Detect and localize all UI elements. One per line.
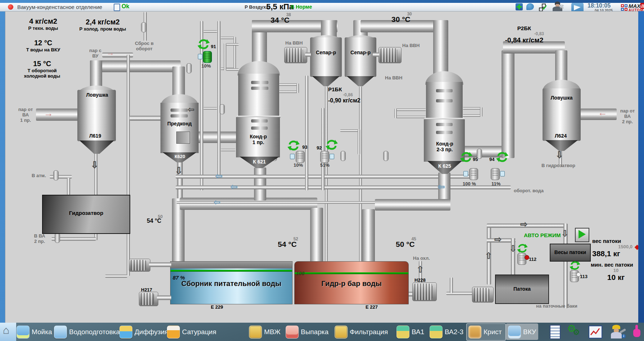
- label-na-patochnye: на паточные баки: [536, 304, 577, 309]
- valve-91[interactable]: 91 10%: [197, 39, 222, 70]
- pipe: [555, 50, 567, 83]
- hand-valve[interactable]: [55, 233, 60, 243]
- label-v-atm: В атм.: [32, 173, 46, 179]
- temp-34: 34 °C38: [271, 16, 290, 24]
- flow-arrow-icon: ⇧: [485, 252, 492, 260]
- taskbar-item-krist[interactable]: Крист: [468, 324, 502, 340]
- pipe: [433, 20, 448, 75]
- status-ok: Ok: [122, 3, 129, 10]
- va1-icon: [396, 326, 409, 338]
- hand-valve[interactable]: [186, 63, 192, 73]
- flow-arrow-icon: ⇦: [437, 183, 445, 191]
- feed-name: Сборник питательной воды: [171, 280, 292, 288]
- na-vvn-label-1: На ВВН: [285, 41, 303, 46]
- air-pressure-status: В Норме: [291, 4, 312, 10]
- recycle-icon: [197, 39, 210, 50]
- pipe: [254, 167, 266, 201]
- molasses-min-weight: мин. вес патоки 10 10 кг: [591, 262, 641, 282]
- journal-icon[interactable]: [114, 4, 120, 11]
- hand-valve[interactable]: [383, 151, 389, 161]
- chat-icon[interactable]: [526, 3, 534, 10]
- pump[interactable]: [129, 259, 150, 272]
- valve-92[interactable]: 92 51%: [315, 139, 343, 170]
- pipe: [180, 198, 317, 210]
- vessel-sep1[interactable]: [310, 37, 342, 77]
- touch-hand-icon[interactable]: [631, 325, 643, 338]
- trends-chart-icon[interactable]: [589, 325, 603, 338]
- flow-arrow-icon: ⇩: [509, 244, 517, 253]
- trap2-tag: Л624: [555, 133, 567, 139]
- taskbar-item-saturatsiya[interactable]: Сатурация: [167, 324, 216, 340]
- pump-vvn2[interactable]: [378, 47, 402, 63]
- feed-tag: Е 229: [211, 304, 223, 310]
- taskbar-item-vku[interactable]: ВКУ: [508, 324, 536, 340]
- tank-molasses[interactable]: Патока: [495, 275, 549, 304]
- pipe: [90, 60, 181, 72]
- network-status-icon[interactable]: ✓: [539, 4, 548, 11]
- pipe: [310, 208, 323, 262]
- temp-50: 50 °C45: [396, 240, 415, 249]
- vessel-cond1-upper[interactable]: [238, 74, 279, 117]
- taskbar-item-mvzh[interactable]: МВЖ: [249, 324, 281, 340]
- flow-arrow-icon: ⇩: [91, 160, 99, 170]
- taskbar-item-vyparka[interactable]: Выпарка: [286, 324, 328, 340]
- hand-valve[interactable]: [53, 170, 59, 180]
- pipe: [105, 275, 127, 278]
- vku-icon: [508, 326, 521, 338]
- auto-mode-label: АВТО РЕЖИМ: [524, 232, 561, 238]
- pump-n228-label: Н228: [414, 277, 426, 283]
- taskbar-item-diffuziya[interactable]: Диффузия: [119, 324, 168, 340]
- flow-arrow-icon: →: [106, 49, 114, 57]
- support-agent-icon[interactable]: 🛠: [551, 1, 566, 11]
- pump-molasses[interactable]: [472, 287, 494, 303]
- label-v-gidrozatvor: В гидрозатвор: [541, 163, 575, 169]
- hand-valve[interactable]: [141, 22, 146, 32]
- tank-feed-water[interactable]: 87 % Сборник питательной воды: [170, 261, 292, 304]
- valve-112[interactable]: 112: [517, 244, 540, 265]
- pipe: [130, 116, 161, 121]
- flow-arrow-icon: ⇨: [520, 220, 527, 229]
- label-sbros: Сброс в оборот: [133, 41, 155, 52]
- pipe: [203, 30, 217, 33]
- vessel-waterseal[interactable]: Гидрозатвор: [42, 195, 130, 234]
- home-button[interactable]: ⌂: [0, 323, 16, 341]
- label-oborot-voda: оборот. вода: [514, 188, 544, 194]
- na-vvn-label-3: На ВВН: [385, 75, 402, 81]
- settings-gears-icon[interactable]: ⚙ ⚙: [567, 325, 581, 338]
- label-par-ot-va1: пар от ВА 1 пр.: [15, 107, 36, 123]
- valve-93[interactable]: 93 10%: [287, 140, 312, 170]
- valve-94[interactable]: 94 11%: [486, 152, 512, 192]
- pipe: [233, 37, 236, 70]
- pipe: [36, 109, 78, 121]
- flow-arrow-icon: ⇩: [561, 229, 568, 238]
- taskbar-item-vodopodgotovka[interactable]: Водоподготовка: [54, 324, 120, 340]
- service-worker-icon[interactable]: i: [609, 325, 627, 338]
- pump-n228[interactable]: [412, 282, 437, 301]
- time: 18:10:05: [588, 3, 620, 9]
- taskbar-item-va23[interactable]: ВА2-3: [430, 324, 463, 340]
- add-icon[interactable]: [516, 3, 523, 10]
- report-icon[interactable]: [548, 325, 562, 338]
- molasses-weight: вес патоки 1500,0 ◆ 388,1 кг: [592, 238, 639, 258]
- mvzh-icon: [249, 326, 262, 338]
- vessel-sep2[interactable]: [345, 37, 376, 77]
- molasses-scales[interactable]: Весы патоки: [550, 244, 591, 262]
- flow-arrow-icon: ⇩: [555, 150, 563, 160]
- pump-n217[interactable]: [139, 292, 158, 306]
- start-button[interactable]: [575, 228, 589, 242]
- hand-valve[interactable]: [219, 104, 225, 114]
- taskbar-item-moika[interactable]: Мойка: [17, 324, 52, 340]
- pump-vvn1[interactable]: [284, 47, 307, 63]
- taskbar-item-filtratsiya[interactable]: Фильтрация: [335, 324, 388, 340]
- taskbar-item-va1[interactable]: ВА1: [396, 324, 424, 340]
- valve-95[interactable]: 95 100 %: [460, 152, 486, 192]
- flow-arrow-icon: ⇦: [215, 172, 222, 180]
- pressure-r2bk: Р2БК -0,83 -0,84 кг/см2: [501, 25, 548, 44]
- baro-tag: Е 227: [366, 304, 378, 310]
- temp-54a: 54 °C50: [147, 218, 161, 224]
- valve-113[interactable]: 113: [568, 261, 591, 282]
- reading-water-to-vku: 12 °C Т воды на ВКУ: [20, 39, 67, 52]
- pipe: [127, 55, 130, 276]
- tank-baro-water[interactable]: 100 Гидр-р бар воды: [294, 261, 409, 304]
- krist-icon: [468, 326, 481, 338]
